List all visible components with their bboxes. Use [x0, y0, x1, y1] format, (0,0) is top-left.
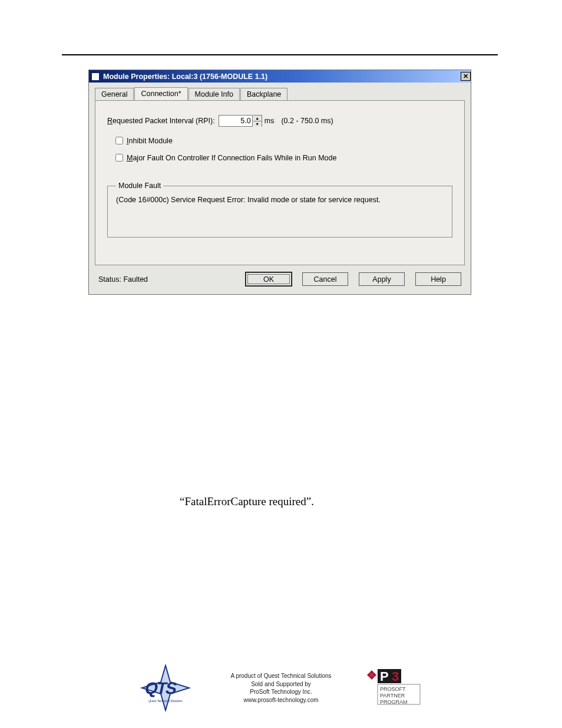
qts-logo-icon: QTS Quest Technical Solutions — [136, 664, 195, 711]
p3-line-3: PROGRAM — [380, 699, 408, 705]
major-fault-label-text: ajor Fault On Controller If Connection F… — [133, 154, 336, 162]
window-icon — [91, 73, 100, 81]
inhibit-module-label: Inhibit Module — [127, 137, 173, 145]
tab-general[interactable]: General — [95, 88, 134, 101]
help-button[interactable]: Help — [415, 272, 461, 286]
dialog-title: Module Properties: Local:3 (1756-MODULE … — [103, 73, 267, 81]
tab-backplane[interactable]: Backplane — [240, 88, 287, 101]
rpi-row: Requested Packet Interval (RPI): ▲ ▼ ms … — [107, 115, 452, 127]
close-icon[interactable]: ✕ — [461, 72, 471, 81]
module-fault-legend: Module Fault — [116, 182, 163, 190]
body-text: “FatalErrorCapture required”. — [180, 495, 498, 508]
footer-line-1: A product of Quest Technical Solutions — [230, 672, 331, 680]
svg-text:P: P — [380, 669, 389, 684]
inhibit-module-checkbox[interactable] — [115, 137, 123, 144]
inhibit-label-text: nhibit Module — [128, 137, 172, 145]
page-footer: QTS Quest Technical Solutions A product … — [0, 664, 562, 711]
rpi-label: Requested Packet Interval (RPI): — [107, 117, 215, 125]
rpi-label-text: equested Packet Interval (RPI): — [113, 117, 215, 125]
p3-prosoft-logo-icon: P 3 PROSOFT PARTNER PROGRAM — [367, 668, 426, 708]
p3-line-1: PROSOFT — [380, 686, 406, 692]
tab-connection[interactable]: Connection* — [134, 87, 187, 100]
module-fault-group: Module Fault (Code 16#000c) Service Requ… — [107, 186, 452, 238]
dialog-tabs: General Connection* Module Info Backplan… — [95, 87, 465, 100]
rpi-stepper[interactable]: ▲ ▼ — [253, 115, 262, 127]
chevron-up-icon[interactable]: ▲ — [253, 116, 262, 121]
svg-text:Quest Technical Solutions: Quest Technical Solutions — [149, 699, 183, 703]
footer-line-3: ProSoft Technology Inc. — [230, 688, 331, 696]
page-divider — [62, 54, 498, 55]
major-fault-accel: M — [127, 154, 133, 162]
module-fault-text: (Code 16#000c) Service Request Error: In… — [116, 196, 444, 204]
rpi-range: (0.2 - 750.0 ms) — [281, 117, 333, 125]
ok-button[interactable]: OK — [246, 272, 292, 286]
chevron-down-icon[interactable]: ▼ — [253, 121, 262, 127]
dialog-button-bar: Status: Faulted OK Cancel Apply Help — [89, 265, 471, 294]
module-properties-dialog: Module Properties: Local:3 (1756-MODULE … — [88, 70, 471, 295]
major-fault-checkbox[interactable] — [115, 154, 123, 162]
tab-panel-connection: Requested Packet Interval (RPI): ▲ ▼ ms … — [95, 100, 465, 265]
rpi-accel: R — [107, 117, 113, 125]
rpi-input[interactable] — [219, 115, 253, 127]
footer-line-4: www.prosoft-technology.com — [230, 696, 331, 704]
p3-line-2: PARTNER — [380, 693, 405, 699]
dialog-titlebar: Module Properties: Local:3 (1756-MODULE … — [89, 70, 471, 83]
status-text: Status: Faulted — [98, 275, 148, 284]
rpi-unit: ms — [265, 117, 275, 125]
tab-module-info[interactable]: Module Info — [189, 88, 240, 101]
svg-text:3: 3 — [392, 669, 399, 684]
svg-text:QTS: QTS — [144, 678, 178, 697]
footer-center: A product of Quest Technical Solutions S… — [230, 672, 331, 704]
major-fault-label: Major Fault On Controller If Connection … — [127, 154, 336, 162]
apply-button[interactable]: Apply — [359, 272, 405, 286]
footer-line-2: Sold and Supported by — [230, 680, 331, 689]
cancel-button[interactable]: Cancel — [302, 272, 348, 286]
